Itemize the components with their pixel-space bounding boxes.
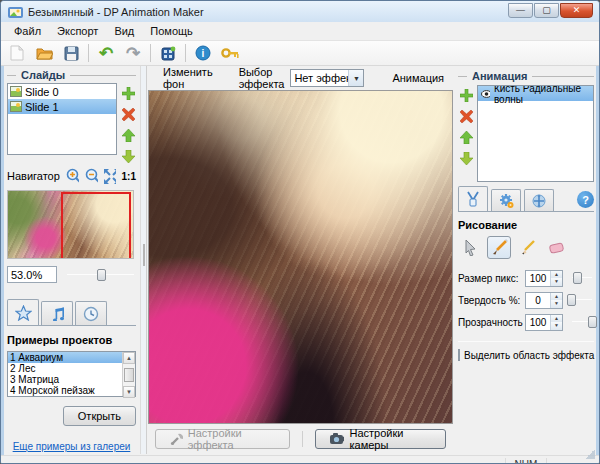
menu-help[interactable]: Помощь [143, 23, 200, 39]
add-slide-icon[interactable] [122, 87, 135, 100]
hardness-slider[interactable] [570, 293, 594, 307]
spin-up-icon[interactable]: ▲ [551, 293, 562, 301]
close-button[interactable]: ✕ [560, 3, 593, 18]
visibility-eye-icon[interactable] [481, 90, 490, 98]
add-animation-item-icon[interactable] [460, 89, 473, 102]
animation-panel: Анимация Кисть Радиальные волны [454, 66, 599, 454]
pencil-tool[interactable] [516, 236, 540, 259]
zoom-in-icon[interactable] [66, 168, 79, 184]
canvas-image[interactable] [148, 90, 453, 424]
gallery-link[interactable]: Еще примеры из галереи [13, 441, 131, 452]
license-key-icon[interactable] [218, 42, 242, 64]
select-tool[interactable] [458, 236, 482, 259]
spin-down-icon[interactable]: ▼ [551, 300, 562, 308]
viewport-rectangle[interactable] [61, 192, 131, 259]
brush-tool[interactable] [487, 236, 511, 259]
slide-list[interactable]: Slide 0 Slide 1 [7, 83, 117, 155]
help-icon[interactable]: ? [577, 191, 594, 208]
effect-settings-button: Настройки эффекта [155, 429, 290, 449]
examples-scrollbar[interactable]: ▲ ▼ [122, 352, 135, 396]
scrollbar-thumb[interactable] [124, 368, 134, 382]
brush-icon [491, 239, 508, 256]
delete-animation-item-icon[interactable] [460, 110, 473, 123]
new-document-icon[interactable] [5, 42, 29, 64]
spin-up-icon[interactable]: ▲ [551, 271, 562, 279]
minimize-button[interactable]: — [508, 3, 533, 18]
scroll-down-icon[interactable]: ▼ [123, 386, 135, 398]
canvas-toolbar: Изменить фон Выбор эффекта Нет эффекта ▼… [147, 66, 454, 90]
spin-down-icon[interactable]: ▼ [551, 278, 562, 286]
size-slider[interactable] [570, 271, 594, 285]
menu-view[interactable]: Вид [107, 23, 141, 39]
examples-pane: Примеры проектов 1 Аквариум 2 Лес 3 Матр… [7, 325, 136, 454]
tab-effect-options[interactable] [491, 189, 521, 211]
navigator-label: Навигатор [7, 170, 60, 182]
animation-list[interactable]: Кисть Радиальные волны [477, 85, 594, 182]
export-animation-icon[interactable] [156, 42, 180, 64]
animation-item[interactable]: Кисть Радиальные волны [478, 86, 593, 101]
tab-transform[interactable] [524, 189, 554, 211]
eraser-icon [549, 241, 566, 254]
move-animation-up-icon[interactable] [460, 131, 473, 144]
animation-label: Анимация [392, 72, 444, 84]
title-bar[interactable]: Безымянный - DP Animation Maker — ▢ ✕ [1, 1, 599, 22]
undo-icon[interactable]: ↶ [94, 42, 118, 64]
save-icon[interactable] [59, 42, 83, 64]
status-bar: NUM [1, 455, 599, 464]
effect-value: Нет эффекта [291, 72, 348, 84]
opacity-spinner[interactable]: 100 ▲▼ [525, 314, 563, 331]
tab-timing[interactable] [75, 301, 107, 325]
menu-export[interactable]: Экспорт [50, 23, 105, 39]
open-folder-icon[interactable] [32, 42, 56, 64]
hardness-spinner[interactable]: 0 ▲▼ [525, 292, 563, 309]
size-spinner[interactable]: 100 ▲▼ [525, 270, 563, 287]
example-item[interactable]: 1 Аквариум [8, 352, 122, 363]
redo-icon[interactable]: ↷ [121, 42, 145, 64]
move-animation-down-icon[interactable] [460, 152, 473, 165]
opacity-slider[interactable] [570, 315, 594, 329]
paint-pane: Рисование Размер пикс [458, 211, 594, 362]
chevron-down-icon[interactable]: ▼ [348, 70, 363, 86]
hardness-slider-thumb[interactable] [567, 294, 576, 306]
maximize-button[interactable]: ▢ [534, 3, 559, 18]
slide-item-1[interactable]: Slide 1 [8, 99, 116, 114]
animation-header: Анимация [458, 69, 594, 83]
example-item[interactable]: 4 Морской пейзаж [8, 385, 122, 396]
move-slide-up-icon[interactable] [122, 129, 135, 142]
menu-file[interactable]: Файл [7, 23, 48, 39]
star-icon [15, 305, 32, 321]
open-example-button[interactable]: Открыть [63, 406, 136, 426]
toolbar-separator [88, 44, 89, 62]
zoom-value-field[interactable] [7, 266, 57, 283]
spin-up-icon[interactable]: ▲ [551, 315, 562, 323]
tab-example-projects[interactable] [7, 299, 39, 325]
example-item[interactable]: 3 Матрица [8, 374, 122, 385]
info-icon[interactable]: i [191, 42, 215, 64]
eraser-tool[interactable] [545, 236, 569, 259]
zoom-out-icon[interactable] [85, 168, 98, 184]
examples-list[interactable]: 1 Аквариум 2 Лес 3 Матрица 4 Морской пей… [7, 351, 136, 397]
scroll-up-icon[interactable]: ▲ [123, 352, 135, 364]
effect-combobox[interactable]: Нет эффекта ▼ [290, 69, 364, 87]
change-background-button[interactable]: Изменить фон [163, 66, 213, 90]
menu-bar: Файл Экспорт Вид Помощь [1, 22, 599, 41]
tab-paint[interactable] [458, 186, 488, 211]
spin-down-icon[interactable]: ▼ [551, 322, 562, 330]
actual-size-button[interactable]: 1:1 [122, 171, 136, 182]
select-effect-area-checkbox[interactable] [458, 349, 460, 361]
delete-slide-icon[interactable] [122, 108, 135, 121]
size-slider-thumb[interactable] [573, 272, 582, 284]
slide-item-0[interactable]: Slide 0 [8, 84, 116, 99]
navigator-thumbnail[interactable] [7, 190, 134, 259]
opacity-slider-thumb[interactable] [588, 316, 597, 328]
tab-music[interactable] [41, 301, 73, 325]
camera-settings-button[interactable]: Настройки камеры [315, 429, 446, 449]
left-splitter[interactable] [140, 66, 147, 454]
zoom-slider-thumb[interactable] [97, 269, 106, 281]
zoom-slider[interactable] [65, 268, 136, 282]
resize-grip[interactable] [585, 449, 595, 459]
fit-to-window-icon[interactable] [104, 169, 116, 184]
example-item[interactable]: 2 Лес [8, 363, 122, 374]
hardness-value: 0 [526, 293, 550, 308]
move-slide-down-icon[interactable] [122, 150, 135, 163]
